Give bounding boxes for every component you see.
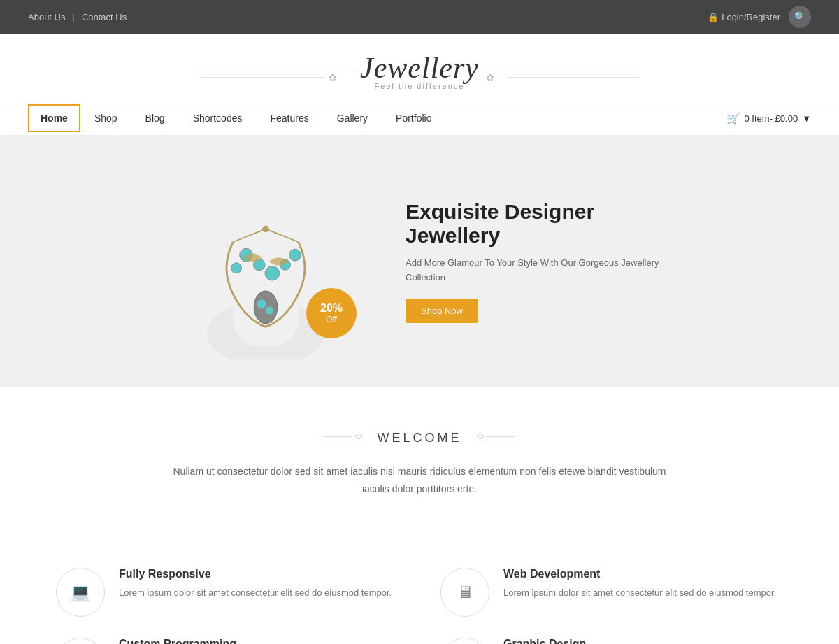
feature-item-0: 💻 Fully Responsive Lorem ipsum dolor sit… — [56, 568, 399, 617]
cart-dropdown-icon: ▼ — [802, 113, 811, 124]
welcome-deco-left — [324, 429, 366, 446]
feature-content-1: Web Development Lorem ipsum dolor sit am… — [503, 568, 776, 601]
svg-line-16 — [266, 229, 299, 242]
svg-line-15 — [233, 229, 266, 242]
logo-text-area: Jewellery Feel the difference — [360, 51, 479, 90]
top-bar: About Us | Contact Us 🔒 Login/Register 🔍 — [0, 0, 839, 34]
top-bar-right: 🔒 Login/Register 🔍 — [708, 6, 811, 28]
feature-icon-0: 💻 — [56, 568, 105, 617]
logo-decoration: ✿ Jewellery Feel the difference ✿ — [28, 51, 811, 90]
logo-line-right: ✿ — [486, 71, 640, 71]
top-bar-links: About Us | Contact Us — [28, 12, 127, 22]
search-icon: 🔍 — [794, 11, 806, 22]
search-button[interactable]: 🔍 — [789, 6, 811, 28]
nav-item-home[interactable]: Home — [28, 104, 80, 132]
welcome-title: WELCOME — [377, 431, 461, 445]
brand-name: Jewellery — [360, 51, 479, 85]
svg-point-13 — [257, 299, 266, 308]
nav-item-blog[interactable]: Blog — [131, 101, 179, 135]
feature-content-2: Custom Programming Lorem ipsum dolor sit… — [119, 638, 392, 644]
svg-point-7 — [231, 263, 242, 273]
divider: | — [72, 12, 74, 22]
hero-title: Exquisite Designer Jewellery — [406, 200, 671, 248]
hero-title-bold: Exquisite — [406, 200, 499, 223]
feature-title-2: Custom Programming — [119, 638, 392, 644]
hero-subtitle: Add More Glamour To Your Style With Our … — [406, 256, 671, 285]
feature-desc-0: Lorem ipsum dolor sit amet consectetur e… — [119, 586, 392, 601]
feature-icon-3: ✏ — [440, 638, 489, 644]
welcome-deco-right — [473, 429, 515, 446]
feature-title-0: Fully Responsive — [119, 568, 392, 580]
discount-badge: 20% Off — [306, 288, 357, 338]
feature-title-1: Web Development — [503, 568, 776, 580]
svg-point-17 — [262, 226, 268, 232]
feature-item-2: ⚙ Custom Programming Lorem ipsum dolor s… — [56, 638, 399, 644]
feature-content-0: Fully Responsive Lorem ipsum dolor sit a… — [119, 568, 392, 601]
feature-desc-1: Lorem ipsum dolor sit amet consectetur e… — [503, 586, 776, 601]
feature-content-3: Graphic Design Lorem ipsum dolor sit ame… — [503, 638, 776, 644]
discount-percent: 20% — [320, 301, 343, 315]
cart-icon: 🛒 — [726, 112, 740, 125]
nav-links: Home Shop Blog Shortcodes Features Galle… — [28, 101, 445, 135]
main-nav: Home Shop Blog Shortcodes Features Galle… — [0, 101, 839, 136]
svg-marker-19 — [355, 434, 362, 439]
feature-icon-2: ⚙ — [56, 638, 105, 644]
svg-point-11 — [289, 249, 301, 261]
welcome-heading: WELCOME — [84, 429, 755, 446]
logo-line-left: ✿ — [199, 71, 353, 71]
nav-item-shop[interactable]: Shop — [80, 101, 131, 135]
svg-text:✿: ✿ — [486, 72, 494, 83]
contact-link[interactable]: Contact Us — [82, 12, 127, 22]
svg-text:✿: ✿ — [329, 72, 337, 83]
nav-item-portfolio[interactable]: Portfolio — [382, 101, 445, 135]
cart-label: 0 Item- £0.00 — [745, 113, 798, 124]
about-link[interactable]: About Us — [28, 12, 65, 22]
feature-title-3: Graphic Design — [503, 638, 776, 644]
welcome-section: WELCOME Nullam ut consectetur dolor sed … — [0, 387, 839, 554]
shop-now-button[interactable]: Shop Now — [406, 299, 478, 323]
svg-point-9 — [265, 266, 280, 281]
discount-off: Off — [326, 315, 337, 324]
feature-icon-1: 🖥 — [440, 568, 489, 617]
hero-content: Exquisite Designer Jewellery Add More Gl… — [406, 200, 671, 324]
hero-image-area: 20% Off — [168, 164, 364, 359]
svg-marker-20 — [477, 434, 484, 439]
feature-item-3: ✏ Graphic Design Lorem ipsum dolor sit a… — [440, 638, 783, 644]
nav-item-gallery[interactable]: Gallery — [323, 101, 382, 135]
nav-item-shortcodes[interactable]: Shortcodes — [179, 101, 257, 135]
svg-point-12 — [254, 291, 278, 324]
cart-area[interactable]: 🛒 0 Item- £0.00 ▼ — [726, 112, 811, 125]
login-link[interactable]: 🔒 Login/Register — [708, 12, 780, 22]
welcome-text: Nullam ut consectetur dolor sed sit amet… — [168, 463, 671, 498]
brand-tagline: Feel the difference — [360, 82, 479, 90]
hero-section: 20% Off Exquisite Designer Jewellery Add… — [0, 136, 839, 387]
svg-point-14 — [266, 306, 273, 314]
logo-area: ✿ Jewellery Feel the difference ✿ — [0, 34, 839, 101]
nav-item-features[interactable]: Features — [256, 101, 322, 135]
features-grid: 💻 Fully Responsive Lorem ipsum dolor sit… — [0, 554, 839, 644]
lock-icon: 🔒 — [708, 12, 719, 22]
feature-item-1: 🖥 Web Development Lorem ipsum dolor sit … — [440, 568, 783, 617]
